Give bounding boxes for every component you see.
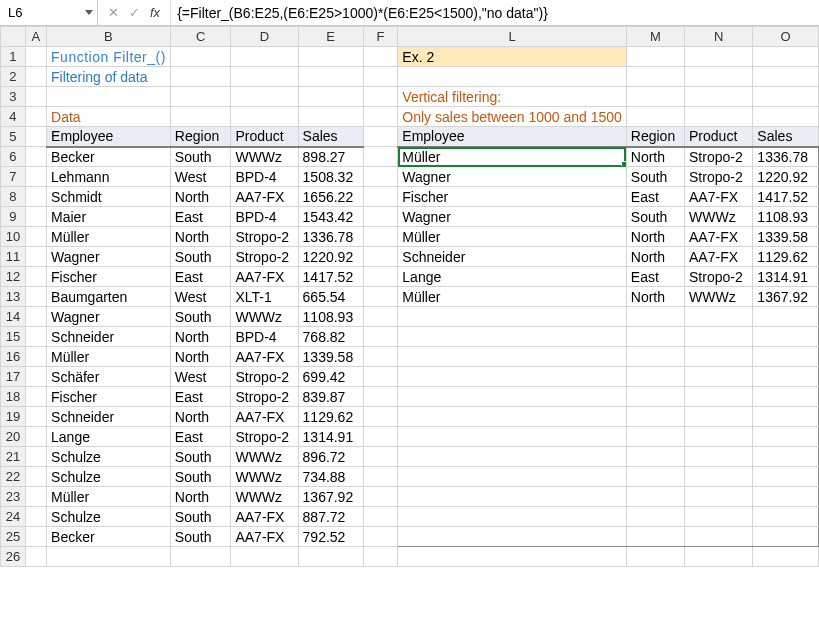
cell[interactable] — [25, 367, 46, 387]
cell[interactable]: Wagner — [47, 307, 171, 327]
cell[interactable] — [626, 527, 684, 547]
cell[interactable]: Stropo-2 — [231, 227, 298, 247]
cell[interactable] — [298, 67, 363, 87]
cell[interactable] — [685, 447, 753, 467]
cell[interactable]: AA7-FX — [231, 267, 298, 287]
cell[interactable] — [170, 67, 231, 87]
cell[interactable]: North — [626, 247, 684, 267]
cell[interactable] — [685, 107, 753, 127]
cell[interactable]: Product — [685, 127, 753, 147]
cell[interactable]: Müller — [47, 347, 171, 367]
row-header[interactable]: 3 — [1, 87, 26, 107]
row-header[interactable]: 17 — [1, 367, 26, 387]
cell[interactable] — [47, 87, 171, 107]
cell[interactable] — [298, 547, 363, 567]
cell[interactable] — [25, 67, 46, 87]
row-header[interactable]: 11 — [1, 247, 26, 267]
cell[interactable] — [398, 307, 627, 327]
row-header[interactable]: 24 — [1, 507, 26, 527]
cell[interactable] — [685, 347, 753, 367]
cell[interactable]: South — [170, 507, 231, 527]
cell[interactable]: 768.82 — [298, 327, 363, 347]
col-header[interactable]: D — [231, 27, 298, 47]
cell[interactable]: Product — [231, 127, 298, 147]
cell[interactable] — [170, 87, 231, 107]
cell[interactable] — [753, 407, 819, 427]
cell[interactable]: Stropo-2 — [231, 247, 298, 267]
cell[interactable]: 1220.92 — [298, 247, 363, 267]
cell[interactable] — [298, 87, 363, 107]
cell[interactable] — [25, 407, 46, 427]
cell[interactable] — [398, 547, 627, 567]
cell[interactable] — [363, 147, 398, 167]
cell[interactable] — [398, 447, 627, 467]
cell[interactable]: Wagner — [398, 207, 627, 227]
cell[interactable] — [753, 307, 819, 327]
cell[interactable]: Stropo-2 — [231, 427, 298, 447]
cell[interactable]: WWWz — [231, 447, 298, 467]
enter-icon[interactable]: ✓ — [129, 5, 140, 20]
cell[interactable]: 1417.52 — [298, 267, 363, 287]
cell[interactable] — [25, 247, 46, 267]
cell[interactable]: East — [170, 387, 231, 407]
row-header[interactable]: 1 — [1, 47, 26, 67]
cell[interactable] — [398, 407, 627, 427]
cell[interactable] — [25, 387, 46, 407]
cell[interactable]: Schneider — [398, 247, 627, 267]
cell[interactable]: South — [170, 527, 231, 547]
row-header[interactable]: 13 — [1, 287, 26, 307]
cell[interactable] — [685, 387, 753, 407]
row-header[interactable]: 21 — [1, 447, 26, 467]
cell[interactable]: 1417.52 — [753, 187, 819, 207]
cell[interactable]: East — [626, 267, 684, 287]
cell[interactable] — [25, 167, 46, 187]
cell[interactable]: Function Filter_() — [47, 47, 171, 67]
cell[interactable]: AA7-FX — [685, 187, 753, 207]
cell[interactable] — [753, 347, 819, 367]
cell[interactable] — [231, 547, 298, 567]
cell[interactable]: West — [170, 167, 231, 187]
row-header[interactable]: 2 — [1, 67, 26, 87]
cell[interactable] — [626, 467, 684, 487]
row-header[interactable]: 15 — [1, 327, 26, 347]
cell[interactable]: Stropo-2 — [231, 387, 298, 407]
cell[interactable] — [626, 107, 684, 127]
cell[interactable] — [363, 507, 398, 527]
cell[interactable] — [363, 167, 398, 187]
cell[interactable]: 1314.91 — [298, 427, 363, 447]
cell[interactable] — [753, 547, 819, 567]
cell[interactable] — [363, 227, 398, 247]
cell[interactable]: South — [170, 147, 231, 167]
cell[interactable] — [753, 67, 819, 87]
col-header[interactable]: B — [47, 27, 171, 47]
cell[interactable] — [25, 287, 46, 307]
row-header[interactable]: 23 — [1, 487, 26, 507]
cell[interactable] — [363, 467, 398, 487]
cell[interactable] — [685, 367, 753, 387]
cell[interactable] — [398, 347, 627, 367]
cell[interactable]: Only sales between 1000 and 1500 — [398, 107, 627, 127]
col-header[interactable]: E — [298, 27, 363, 47]
cell[interactable]: 665.54 — [298, 287, 363, 307]
cell[interactable]: North — [170, 407, 231, 427]
cell[interactable]: Data — [47, 107, 171, 127]
cell[interactable]: Employee — [47, 127, 171, 147]
cell[interactable]: Fischer — [47, 387, 171, 407]
cell[interactable]: BPD-4 — [231, 167, 298, 187]
cell[interactable] — [363, 87, 398, 107]
cell[interactable]: Schneider — [47, 327, 171, 347]
cell[interactable]: 1220.92 — [753, 167, 819, 187]
cell[interactable] — [25, 307, 46, 327]
col-header[interactable]: L — [398, 27, 627, 47]
cell[interactable] — [363, 447, 398, 467]
cell[interactable]: 1367.92 — [753, 287, 819, 307]
cell[interactable]: North — [170, 327, 231, 347]
cell[interactable]: South — [170, 447, 231, 467]
cell[interactable]: Sales — [298, 127, 363, 147]
cell[interactable]: Stropo-2 — [685, 267, 753, 287]
cell[interactable]: North — [626, 227, 684, 247]
cell[interactable] — [753, 327, 819, 347]
select-all-corner[interactable] — [1, 27, 26, 47]
cell[interactable]: South — [626, 167, 684, 187]
cell[interactable] — [363, 427, 398, 447]
